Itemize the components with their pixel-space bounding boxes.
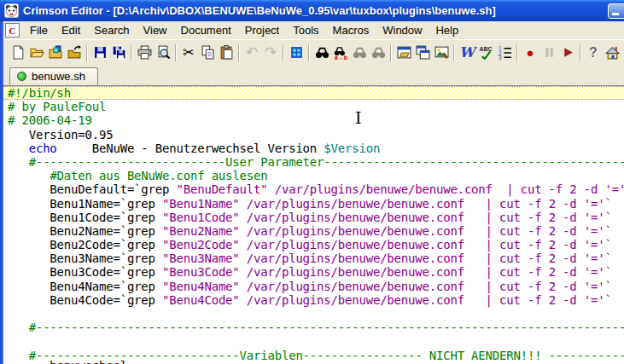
line-numbers-icon: 123 [498,45,512,60]
menu-document[interactable]: Document [174,22,238,38]
menu-file[interactable]: File [23,22,55,38]
code-token-comment: # 2006-04-19 [8,113,92,127]
print-preview-button[interactable] [154,43,172,62]
copy-button[interactable] [198,43,217,62]
saved-indicator-icon [17,72,26,81]
code-token-string: "Benu3Code" /var/plugins/benuwe/benuwe.c… [162,265,612,279]
toolbar-separator [131,44,132,61]
code-line-11: Benu2Name=`grep "Benu2Name" /var/plugins… [8,224,624,238]
open-document-button[interactable] [27,43,46,62]
menu-tools[interactable]: Tools [286,22,325,38]
code-token-variable: $Version [324,142,380,155]
document-selector-button[interactable] [413,43,432,62]
macro-record-button[interactable]: ● [521,43,539,62]
redo-icon: ↷ [265,45,277,60]
save-icon [93,45,108,60]
find-replace-button[interactable]: a→b [331,43,350,62]
paste-icon [219,45,234,60]
copy-icon [201,45,215,60]
code-token-plain: Benu3Name=`grep [8,251,162,265]
print-preview-icon [156,45,171,60]
print-icon [137,45,152,60]
code-token-plain: Benu1Name=`grep [8,197,162,211]
cut-button[interactable]: ✂ [179,43,198,62]
crimson-editor-window: Crimson Editor - [D:\Archiv\DBOX\BENUWE\… [0,0,624,364]
tabbar: benuwe.sh [3,65,624,85]
paste-button[interactable] [217,43,236,62]
svg-text:3: 3 [499,55,502,60]
menu-search[interactable]: Search [87,22,136,38]
code-line-13: Benu3Name=`grep "Benu3Name" /var/plugins… [8,251,624,265]
code-token-plain: Benu2Code=`grep [8,238,162,251]
grid-icon [289,45,304,60]
find-next-icon [353,45,367,60]
code-token-keyword: echo [29,142,57,155]
spell-check-icon: ABC [479,45,493,60]
code-editor[interactable]: I #!/bin/sh# by PauleFoul# 2006-04-19 Ve… [3,85,624,364]
code-line-6: #---------------------------User Paramet… [8,155,624,169]
code-token-plain [8,321,29,334]
menu-help[interactable]: Help [429,22,465,38]
code-token-comment: #---------------------------User Paramet… [29,155,624,169]
toolbar-separator [175,44,177,61]
titlebar: Crimson Editor - [D:\Archiv\DBOX\BENUWE\… [0,0,624,21]
code-line-12: Benu2Code=`grep "Benu2Code" /var/plugins… [8,238,624,251]
code-token-string: "Benu4Name" /var/plugins/benuwe/benuwe.c… [162,280,612,293]
code-token-string: "Benu2Code" /var/plugins/benuwe/benuwe.c… [162,238,612,251]
word-wrap-icon: W [459,46,475,60]
window-title: Crimson Editor - [D:\Archiv\DBOX\BENUWE\… [23,4,496,17]
open-remote-button[interactable] [46,43,65,62]
line-numbers-button[interactable]: 123 [495,43,514,62]
menu-edit[interactable]: Edit [55,22,87,38]
svg-text:a→b: a→b [335,55,347,60]
menu-view[interactable]: View [137,22,174,38]
menubar: C FileEditSearchViewDocumentProjectTools… [3,21,624,39]
find-icon [315,45,329,60]
file-explorer-button[interactable] [394,43,413,62]
code-token-plain: BenuDefault=`grep [8,182,177,196]
new-document-button[interactable] [9,43,27,62]
code-line-17 [8,307,624,321]
code-line-3: # 2006-04-19 [8,113,624,127]
toolbar-separator [238,44,240,61]
macro-play-button[interactable] [558,43,577,62]
home-icon [605,45,620,60]
code-token-plain: Benu1Code=`grep [8,211,162,224]
code-token-plain [8,142,29,155]
home-button[interactable] [603,43,621,62]
window-frame-border [0,21,3,364]
find-previous-button [369,43,388,62]
print-button[interactable] [135,43,154,62]
code-line-8: BenuDefault=`grep "BenuDefault" /var/plu… [8,182,624,196]
macro-pause-button [539,43,558,62]
app-icon [4,3,19,18]
word-wrap-button[interactable]: W [458,43,476,62]
find-button[interactable] [312,43,331,62]
help-button[interactable]: ? [584,43,603,62]
save-button[interactable] [90,43,109,62]
code-token-comment: #---------------------------------------… [29,321,624,334]
code-line-9: Benu1Name=`grep "Benu1Name" /var/plugins… [8,197,624,211]
tab-benuwe-sh[interactable]: benuwe.sh [9,67,98,85]
browser-preview-icon [434,45,449,60]
grid-button[interactable] [287,43,306,62]
spell-check-button[interactable]: ABC [476,43,495,62]
find-previous-icon [371,45,386,60]
document-menu-icon[interactable]: C [5,23,20,38]
undo-icon: ↶ [246,45,258,60]
browser-preview-button[interactable] [432,43,451,62]
save-all-button[interactable] [109,43,128,62]
help-icon: ? [589,46,598,60]
menu-macros[interactable]: Macros [326,22,376,38]
code-token-comment: # by PauleFoul [8,100,106,113]
macro-pause-icon [542,45,557,60]
minimize-button[interactable] [608,3,624,19]
reopen-document-button[interactable] [65,43,84,62]
save-all-icon [112,45,126,60]
code-token-string: "BenuDefault" /var/plugins/benuwe/benuwe… [177,182,624,196]
code-token-plain: Benu4Name=`grep [8,280,162,293]
code-token-string: "Benu1Code" /var/plugins/benuwe/benuwe.c… [162,211,612,224]
menu-window[interactable]: Window [376,22,429,38]
menu-project[interactable]: Project [238,22,286,38]
macro-play-icon [561,45,575,60]
